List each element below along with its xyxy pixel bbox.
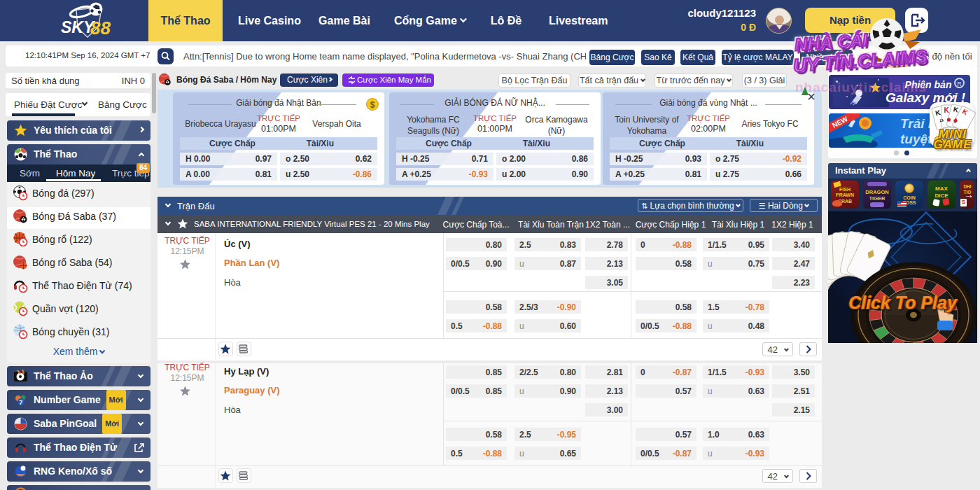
svg-text:88: 88 [90,18,111,38]
svg-text:7: 7 [19,399,22,406]
svg-text:K: K [944,106,949,114]
